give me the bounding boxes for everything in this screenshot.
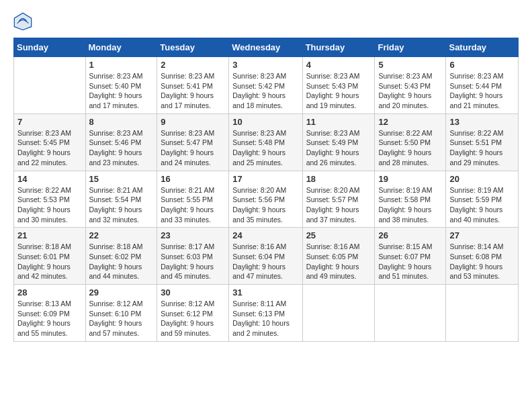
calendar-cell: 28Sunrise: 8:13 AMSunset: 6:09 PMDayligh…	[14, 285, 86, 342]
cell-daylight-text: Sunrise: 8:23 AMSunset: 5:41 PMDaylight:…	[161, 71, 225, 111]
cell-daylight-text: Sunrise: 8:20 AMSunset: 5:57 PMDaylight:…	[306, 185, 371, 225]
cell-daylight-text: Sunrise: 8:23 AMSunset: 5:43 PMDaylight:…	[306, 71, 371, 111]
day-number: 11	[306, 117, 371, 127]
cell-daylight-text: Sunrise: 8:21 AMSunset: 5:55 PMDaylight:…	[161, 185, 225, 225]
cell-daylight-text: Sunrise: 8:15 AMSunset: 6:07 PMDaylight:…	[378, 242, 442, 281]
calendar-cell: 10Sunrise: 8:23 AMSunset: 5:48 PMDayligh…	[229, 113, 302, 171]
calendar-cell: 3Sunrise: 8:23 AMSunset: 5:42 PMDaylight…	[229, 57, 302, 114]
cell-daylight-text: Sunrise: 8:23 AMSunset: 5:42 PMDaylight:…	[232, 71, 298, 111]
calendar-cell: 7Sunrise: 8:23 AMSunset: 5:45 PMDaylight…	[14, 113, 86, 171]
weekday-header: Tuesday	[157, 38, 229, 57]
day-number: 1	[89, 60, 154, 70]
day-number: 8	[89, 117, 154, 127]
weekday-header: Wednesday	[229, 38, 302, 57]
day-number: 26	[378, 230, 442, 240]
calendar-cell: 26Sunrise: 8:15 AMSunset: 6:07 PMDayligh…	[375, 228, 446, 285]
weekday-header: Thursday	[302, 38, 375, 57]
cell-daylight-text: Sunrise: 8:18 AMSunset: 6:02 PMDaylight:…	[89, 242, 154, 281]
day-number: 4	[306, 60, 371, 70]
calendar-cell: 19Sunrise: 8:19 AMSunset: 5:58 PMDayligh…	[375, 171, 446, 228]
cell-daylight-text: Sunrise: 8:17 AMSunset: 6:03 PMDaylight:…	[161, 242, 225, 281]
calendar-cell: 22Sunrise: 8:18 AMSunset: 6:02 PMDayligh…	[85, 228, 157, 285]
cell-daylight-text: Sunrise: 8:12 AMSunset: 6:12 PMDaylight:…	[161, 299, 225, 338]
calendar-week-row: 7Sunrise: 8:23 AMSunset: 5:45 PMDaylight…	[14, 113, 519, 171]
calendar-cell	[375, 285, 446, 342]
calendar-container: SundayMondayTuesdayWednesdayThursdayFrid…	[0, 0, 532, 349]
cell-daylight-text: Sunrise: 8:16 AMSunset: 6:04 PMDaylight:…	[232, 242, 298, 281]
day-number: 7	[17, 117, 82, 127]
cell-daylight-text: Sunrise: 8:22 AMSunset: 5:50 PMDaylight:…	[378, 128, 442, 168]
calendar-cell: 15Sunrise: 8:21 AMSunset: 5:54 PMDayligh…	[85, 171, 157, 228]
cell-daylight-text: Sunrise: 8:23 AMSunset: 5:40 PMDaylight:…	[89, 71, 154, 111]
cell-daylight-text: Sunrise: 8:13 AMSunset: 6:09 PMDaylight:…	[17, 299, 82, 338]
day-number: 20	[449, 174, 515, 184]
calendar-cell: 24Sunrise: 8:16 AMSunset: 6:04 PMDayligh…	[229, 228, 302, 285]
day-number: 13	[449, 117, 515, 127]
calendar-cell: 30Sunrise: 8:12 AMSunset: 6:12 PMDayligh…	[157, 285, 229, 342]
calendar-cell	[14, 57, 86, 114]
calendar-cell: 31Sunrise: 8:11 AMSunset: 6:13 PMDayligh…	[229, 285, 302, 342]
cell-daylight-text: Sunrise: 8:23 AMSunset: 5:45 PMDaylight:…	[17, 128, 82, 168]
calendar-cell: 11Sunrise: 8:23 AMSunset: 5:49 PMDayligh…	[302, 113, 375, 171]
logo	[13, 12, 35, 31]
calendar-cell: 5Sunrise: 8:23 AMSunset: 5:43 PMDaylight…	[375, 57, 446, 114]
calendar-table: SundayMondayTuesdayWednesdayThursdayFrid…	[13, 38, 519, 342]
weekday-header: Sunday	[14, 38, 86, 57]
day-number: 24	[232, 230, 298, 240]
calendar-cell: 14Sunrise: 8:22 AMSunset: 5:53 PMDayligh…	[14, 171, 86, 228]
calendar-week-row: 28Sunrise: 8:13 AMSunset: 6:09 PMDayligh…	[14, 285, 519, 342]
calendar-cell: 4Sunrise: 8:23 AMSunset: 5:43 PMDaylight…	[302, 57, 375, 114]
cell-daylight-text: Sunrise: 8:22 AMSunset: 5:51 PMDaylight:…	[449, 128, 515, 168]
calendar-cell: 17Sunrise: 8:20 AMSunset: 5:56 PMDayligh…	[229, 171, 302, 228]
day-number: 15	[89, 174, 154, 184]
day-number: 19	[378, 174, 442, 184]
logo-icon	[13, 12, 32, 31]
calendar-cell: 13Sunrise: 8:22 AMSunset: 5:51 PMDayligh…	[446, 113, 519, 171]
calendar-cell: 16Sunrise: 8:21 AMSunset: 5:55 PMDayligh…	[157, 171, 229, 228]
calendar-cell: 20Sunrise: 8:19 AMSunset: 5:59 PMDayligh…	[446, 171, 519, 228]
day-number: 29	[89, 287, 154, 298]
cell-daylight-text: Sunrise: 8:21 AMSunset: 5:54 PMDaylight:…	[89, 185, 154, 225]
day-number: 9	[161, 117, 225, 127]
day-number: 16	[161, 174, 225, 184]
cell-daylight-text: Sunrise: 8:19 AMSunset: 5:59 PMDaylight:…	[449, 185, 515, 225]
calendar-week-row: 14Sunrise: 8:22 AMSunset: 5:53 PMDayligh…	[14, 171, 519, 228]
calendar-cell	[446, 285, 519, 342]
day-number: 12	[378, 117, 442, 127]
weekday-header: Friday	[375, 38, 446, 57]
cell-daylight-text: Sunrise: 8:16 AMSunset: 6:05 PMDaylight:…	[306, 242, 371, 281]
day-number: 18	[306, 174, 371, 184]
calendar-cell: 6Sunrise: 8:23 AMSunset: 5:44 PMDaylight…	[446, 57, 519, 114]
cell-daylight-text: Sunrise: 8:23 AMSunset: 5:49 PMDaylight:…	[306, 128, 371, 168]
cell-daylight-text: Sunrise: 8:14 AMSunset: 6:08 PMDaylight:…	[449, 242, 515, 281]
cell-daylight-text: Sunrise: 8:12 AMSunset: 6:10 PMDaylight:…	[89, 299, 154, 338]
calendar-cell: 23Sunrise: 8:17 AMSunset: 6:03 PMDayligh…	[157, 228, 229, 285]
cell-daylight-text: Sunrise: 8:19 AMSunset: 5:58 PMDaylight:…	[378, 185, 442, 225]
cell-daylight-text: Sunrise: 8:23 AMSunset: 5:43 PMDaylight:…	[378, 71, 442, 111]
calendar-cell: 1Sunrise: 8:23 AMSunset: 5:40 PMDaylight…	[85, 57, 157, 114]
cell-daylight-text: Sunrise: 8:23 AMSunset: 5:44 PMDaylight:…	[449, 71, 515, 111]
calendar-cell: 12Sunrise: 8:22 AMSunset: 5:50 PMDayligh…	[375, 113, 446, 171]
weekday-header-row: SundayMondayTuesdayWednesdayThursdayFrid…	[14, 38, 519, 57]
calendar-cell: 25Sunrise: 8:16 AMSunset: 6:05 PMDayligh…	[302, 228, 375, 285]
weekday-header: Saturday	[446, 38, 519, 57]
calendar-cell: 18Sunrise: 8:20 AMSunset: 5:57 PMDayligh…	[302, 171, 375, 228]
day-number: 10	[232, 117, 298, 127]
day-number: 17	[232, 174, 298, 184]
cell-daylight-text: Sunrise: 8:11 AMSunset: 6:13 PMDaylight:…	[232, 299, 298, 338]
day-number: 23	[161, 230, 225, 240]
calendar-cell: 8Sunrise: 8:23 AMSunset: 5:46 PMDaylight…	[85, 113, 157, 171]
day-number: 22	[89, 230, 154, 240]
day-number: 25	[306, 230, 371, 240]
weekday-header: Monday	[85, 38, 157, 57]
calendar-cell: 2Sunrise: 8:23 AMSunset: 5:41 PMDaylight…	[157, 57, 229, 114]
header-row	[13, 12, 519, 31]
day-number: 30	[161, 287, 225, 298]
day-number: 6	[449, 60, 515, 70]
cell-daylight-text: Sunrise: 8:23 AMSunset: 5:47 PMDaylight:…	[161, 128, 225, 168]
cell-daylight-text: Sunrise: 8:22 AMSunset: 5:53 PMDaylight:…	[17, 185, 82, 225]
calendar-cell: 9Sunrise: 8:23 AMSunset: 5:47 PMDaylight…	[157, 113, 229, 171]
calendar-week-row: 1Sunrise: 8:23 AMSunset: 5:40 PMDaylight…	[14, 57, 519, 114]
day-number: 27	[449, 230, 515, 240]
day-number: 14	[17, 174, 82, 184]
